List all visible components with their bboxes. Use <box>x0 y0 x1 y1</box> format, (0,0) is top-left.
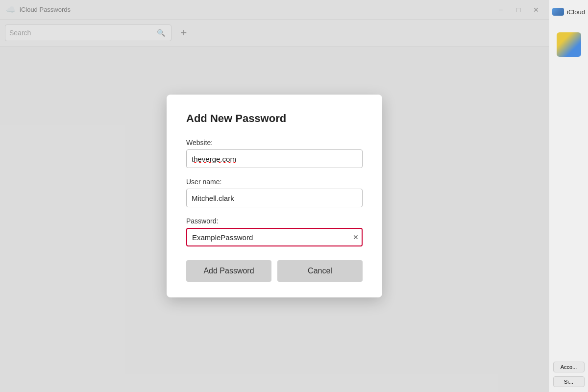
password-form-group: Password: ✕ <box>186 217 363 246</box>
signin-button[interactable]: Si... <box>553 376 585 387</box>
password-label: Password: <box>186 217 363 225</box>
account-button[interactable]: Acco... <box>553 362 585 372</box>
right-sidebar: iCloud Acco... Si... <box>549 0 588 392</box>
icloud-avatar <box>557 32 581 57</box>
website-form-group: Website: <box>186 139 363 168</box>
password-input[interactable] <box>186 228 363 246</box>
icloud-icon <box>552 8 564 16</box>
username-form-group: User name: <box>186 178 363 207</box>
add-password-modal: Add New Password Website: User name: Pas… <box>167 95 382 297</box>
password-wrapper: ✕ <box>186 228 363 246</box>
username-label: User name: <box>186 178 363 186</box>
modal-title: Add New Password <box>186 112 363 125</box>
icloud-header: iCloud <box>547 5 588 19</box>
modal-overlay: Add New Password Website: User name: Pas… <box>0 0 549 392</box>
password-clear-button[interactable]: ✕ <box>353 233 359 241</box>
modal-actions: Add Password Cancel <box>186 260 363 282</box>
icloud-label: iCloud <box>567 8 585 16</box>
add-password-confirm-button[interactable]: Add Password <box>186 260 271 282</box>
website-label: Website: <box>186 139 363 147</box>
username-input[interactable] <box>186 189 363 207</box>
app-window: ☁️ iCloud Passwords − □ ✕ 🔍 + You have n… <box>0 0 549 392</box>
cancel-button[interactable]: Cancel <box>277 260 363 282</box>
website-input[interactable] <box>186 149 363 168</box>
